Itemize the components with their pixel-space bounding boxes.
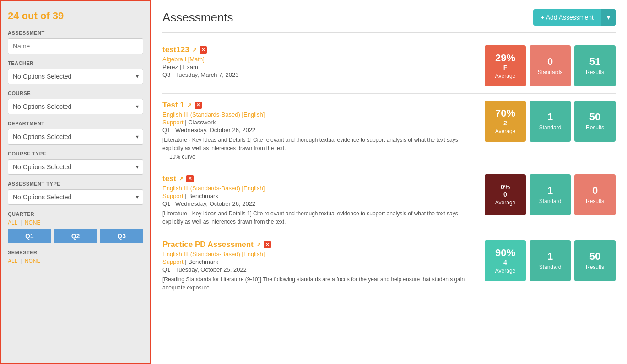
close-icon-a3[interactable]: ✕ [186,175,194,182]
stat-box-a4-1[interactable]: 1 Standard [530,240,571,281]
stat-label-a3-2: Results [586,198,604,204]
filter-course-type: COURSE TYPE No Options Selected ▾ [8,151,143,175]
course-type-select[interactable]: No Options Selected [8,159,143,175]
assessment-curve-a2: 10% curve [162,154,476,160]
assessment-type-select-wrapper: No Options Selected ▾ [8,189,143,205]
add-assessment-label: + Add Assessment [533,9,601,26]
close-icon-a1[interactable]: ✕ [200,46,207,54]
assessment-type-select[interactable]: No Options Selected [8,189,143,205]
assessment-type-a4: Benchmark [188,258,218,265]
stat-number-a3-0: 0%0 [501,184,510,198]
stat-box-a2-2[interactable]: 50 Results [574,101,616,142]
stat-box-a1-2[interactable]: 51 Results [574,45,616,86]
stat-number-a2-0: 70% [495,108,515,119]
quarter-q3-button[interactable]: Q3 [100,229,143,243]
assessment-date-a3: Q1 | Wednesday, October 26, 2022 [162,200,476,207]
add-assessment-button[interactable]: + Add Assessment ▾ [533,9,616,26]
external-link-icon-a1[interactable]: ↗ [192,47,197,53]
stat-label-a3-0: Average [495,199,515,206]
stat-grade-a1-0: F [503,64,508,71]
stat-label-a2-1: Standard [539,124,562,131]
stat-number-a4-2: 50 [589,251,600,262]
stat-number-a3-1: 1 [547,185,553,196]
quarter-filter-label: QUARTER [8,211,143,217]
stat-label-a1-2: Results [586,69,604,75]
main-header: Assessments + Add Assessment ▾ [162,9,616,26]
assessment-info-a2: Test 1 ↗ ✕ English III (Standards-Based)… [162,101,476,160]
external-link-icon-a3[interactable]: ↗ [179,176,184,182]
quarter-q2-button[interactable]: Q2 [54,229,97,243]
assessment-meta-a3: Support | Benchmark [162,193,476,199]
assessment-course-a2: English III (Standards-Based) [English] [162,111,476,118]
stat-label-a4-1: Standard [539,264,562,270]
assessment-name-input[interactable] [8,38,143,54]
course-filter-label: COURSE [8,91,143,96]
stat-box-a3-2[interactable]: 0 Results [574,174,616,215]
assessment-type-a3: Benchmark [188,193,218,199]
assessment-name-a2: Test 1 [162,101,184,110]
close-icon-a4[interactable]: ✕ [264,241,271,248]
stat-label-a1-1: Standards [538,69,563,75]
assessment-desc-a3: [Literature - Key Ideas and Details 1] C… [162,209,476,226]
semester-all-link[interactable]: ALL [8,258,17,264]
close-icon-a2[interactable]: ✕ [195,102,202,109]
assessment-row-a4: Practice PD Assessment ↗ ✕ English III (… [162,240,616,292]
table-row: Test 1 ↗ ✕ English III (Standards-Based)… [162,94,616,167]
stat-box-a2-0[interactable]: 70% 2 Average [485,101,526,142]
quarter-links: ALL | NONE [8,219,143,226]
stat-label-a1-0: Average [495,73,515,79]
stat-label-a2-0: Average [495,128,515,134]
add-assessment-dropdown-icon[interactable]: ▾ [601,9,616,26]
course-select-wrapper: No Options Selected ▾ [8,99,143,114]
stat-box-a1-0[interactable]: 29% F Average [485,45,526,86]
assessment-course-a1: Algebra I [Math] [162,56,476,63]
table-row: test ↗ ✕ English III (Standards-Based) [… [162,167,616,233]
stat-box-a1-1[interactable]: 0 Standards [530,45,571,86]
teacher-select[interactable]: No Options Selected [8,69,143,84]
semester-filter: SEMESTER ALL | NONE [8,250,143,264]
stat-number-a1-0: 29% [495,53,515,64]
department-filter-label: DEPARTMENT [8,121,143,126]
assessment-stats-a2: 70% 2 Average 1 Standard 50 Results [485,101,616,142]
assessment-row-a1: test123 ↗ ✕ Algebra I [Math] Perez | Exa… [162,45,616,86]
assessment-teacher-a1: Perez [162,64,178,70]
teacher-filter-label: TEACHER [8,60,143,66]
assessment-list: test123 ↗ ✕ Algebra I [Math] Perez | Exa… [162,38,616,299]
teacher-select-wrapper: No Options Selected ▾ [8,69,143,84]
assessment-meta-a1: Perez | Exam [162,64,476,70]
assessment-course-a3: English III (Standards-Based) [English] [162,185,476,192]
assessment-type-a1: Exam [183,64,198,70]
assessment-date-a4: Q1 | Tuesday, October 25, 2022 [162,266,476,273]
stat-box-a2-1[interactable]: 1 Standard [530,101,571,142]
stat-label-a4-2: Results [586,264,604,270]
stat-box-a4-2[interactable]: 50 Results [574,240,616,281]
assessment-name-a1: test123 [162,45,189,54]
semester-none-link[interactable]: NONE [25,258,41,264]
stat-number-a1-2: 51 [589,56,600,67]
external-link-icon-a4[interactable]: ↗ [256,241,261,248]
quarter-q1-button[interactable]: Q1 [8,229,51,243]
stat-box-a3-1[interactable]: 1 Standard [530,174,571,215]
filter-department: DEPARTMENT No Options Selected ▾ [8,121,143,145]
course-select[interactable]: No Options Selected [8,99,143,114]
assessment-teacher-a2: Support [162,119,184,126]
assessment-info-a4: Practice PD Assessment ↗ ✕ English III (… [162,240,476,292]
semester-links: ALL | NONE [8,258,143,264]
stat-box-a3-0[interactable]: 0%0 Average [485,174,526,215]
assessment-title-a2: Test 1 ↗ ✕ [162,101,476,110]
department-select[interactable]: No Options Selected [8,129,143,145]
assessment-teacher-a3: Support [162,193,184,199]
stat-label-a2-2: Results [586,124,604,131]
table-row: test123 ↗ ✕ Algebra I [Math] Perez | Exa… [162,38,616,94]
stat-box-a4-0[interactable]: 90% 4 Average [485,240,526,281]
department-select-wrapper: No Options Selected ▾ [8,129,143,145]
filter-assessment: ASSESSMENT [8,30,143,54]
course-type-filter-label: COURSE TYPE [8,151,143,156]
assessment-stats-a4: 90% 4 Average 1 Standard 50 Results [485,240,616,281]
assessment-type-filter-label: ASSESSMENT TYPE [8,181,143,187]
stat-number-a4-1: 1 [547,251,553,262]
assessment-info-a3: test ↗ ✕ English III (Standards-Based) [… [162,174,476,226]
external-link-icon-a2[interactable]: ↗ [187,102,192,108]
quarter-all-link[interactable]: ALL [8,219,17,226]
quarter-none-link[interactable]: NONE [25,219,41,226]
